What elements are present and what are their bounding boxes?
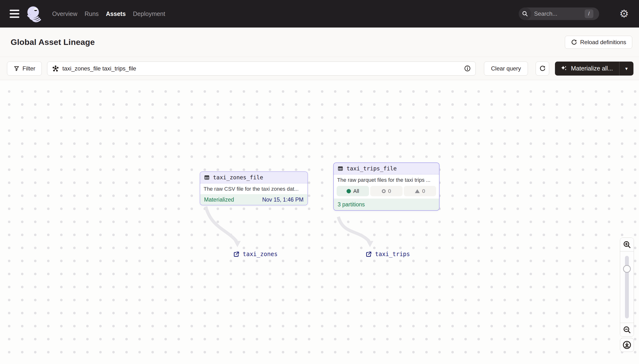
search-shortcut-badge: /: [585, 10, 593, 18]
asset-name: taxi_zones_file: [213, 174, 263, 180]
download-icon: [622, 340, 631, 350]
lineage-canvas[interactable]: taxi_zones_file The raw CSV file for the…: [0, 80, 639, 364]
refresh-graph-button[interactable]: [536, 62, 549, 76]
downstream-asset-taxi-trips[interactable]: taxi_trips: [365, 251, 410, 258]
zoom-slider-thumb[interactable]: [623, 265, 631, 273]
success-dot-icon: [347, 189, 351, 193]
dagster-logo[interactable]: [26, 5, 42, 22]
materialize-split-button: Materialize all... ▾: [555, 62, 633, 76]
filter-button[interactable]: Filter: [7, 62, 42, 76]
asset-query-input[interactable]: [62, 65, 464, 72]
external-link-icon: [365, 251, 372, 258]
search-input[interactable]: [534, 10, 575, 17]
materialized-timestamp: Nov 15, 1:46 PM: [262, 196, 304, 203]
nav-deployment[interactable]: Deployment: [133, 10, 165, 18]
primary-nav: Overview Runs Assets Deployment: [52, 10, 165, 18]
asset-description: The raw CSV file for the taxi zones dat.…: [200, 184, 307, 194]
partition-health-row: All 0 0: [334, 186, 439, 199]
chevron-down-icon: ▾: [625, 66, 628, 72]
zoom-slider[interactable]: [620, 251, 634, 323]
nav-overview[interactable]: Overview: [52, 10, 77, 18]
missing-triangle-icon: [415, 189, 420, 193]
asset-node-taxi-trips-file[interactable]: taxi_trips_file The raw parquet files fo…: [333, 162, 439, 211]
table-icon: [204, 175, 210, 180]
global-search[interactable]: /: [519, 8, 599, 20]
asset-node-taxi-zones-file[interactable]: taxi_zones_file The raw CSV file for the…: [200, 172, 308, 206]
query-info-icon[interactable]: [464, 65, 471, 72]
asset-query-input-wrap: [47, 62, 476, 76]
zoom-in-icon: [623, 240, 631, 248]
materialize-caret-button[interactable]: ▾: [619, 62, 633, 76]
reload-icon: [571, 39, 577, 46]
materialize-all-button[interactable]: Materialize all...: [555, 62, 619, 76]
clear-query-button[interactable]: Clear query: [484, 62, 528, 76]
nav-runs[interactable]: Runs: [85, 10, 99, 18]
sparkle-icon: [560, 65, 567, 72]
refresh-icon: [539, 65, 546, 72]
asset-name: taxi_trips_file: [347, 165, 397, 172]
lineage-edges: [0, 80, 639, 364]
partition-count: 3 partitions: [338, 201, 365, 208]
reload-definitions-button[interactable]: Reload definitions: [565, 36, 632, 49]
title-bar: Global Asset Lineage Reload definitions: [0, 28, 639, 57]
materialized-status: Materialized: [204, 196, 234, 203]
settings-gear-icon[interactable]: ⚙: [619, 8, 629, 19]
nav-assets[interactable]: Assets: [106, 10, 126, 18]
page-title: Global Asset Lineage: [11, 38, 95, 47]
zoom-out-button[interactable]: [620, 323, 634, 336]
partitions-materialized-pill[interactable]: All: [337, 186, 369, 196]
asset-description: The raw parquet files for the taxi trips…: [334, 174, 439, 186]
op-selector-icon: [52, 65, 59, 72]
top-nav: Overview Runs Assets Deployment / ⚙: [0, 0, 639, 28]
table-icon: [338, 166, 343, 172]
external-link-icon: [233, 251, 240, 258]
menu-icon[interactable]: [10, 10, 19, 18]
partitions-missing-pill[interactable]: 0: [404, 186, 436, 196]
partitions-failed-pill[interactable]: 0: [370, 186, 403, 196]
zoom-controls: [620, 238, 634, 337]
zoom-out-icon: [623, 326, 631, 334]
funnel-icon: [14, 66, 20, 72]
zoom-in-button[interactable]: [620, 238, 634, 251]
search-icon: [519, 8, 531, 20]
lineage-toolbar: Filter Clear query: [0, 57, 639, 80]
failed-ring-icon: [382, 189, 386, 193]
download-graph-button[interactable]: [620, 338, 634, 352]
downstream-asset-taxi-zones[interactable]: taxi_zones: [233, 251, 278, 258]
